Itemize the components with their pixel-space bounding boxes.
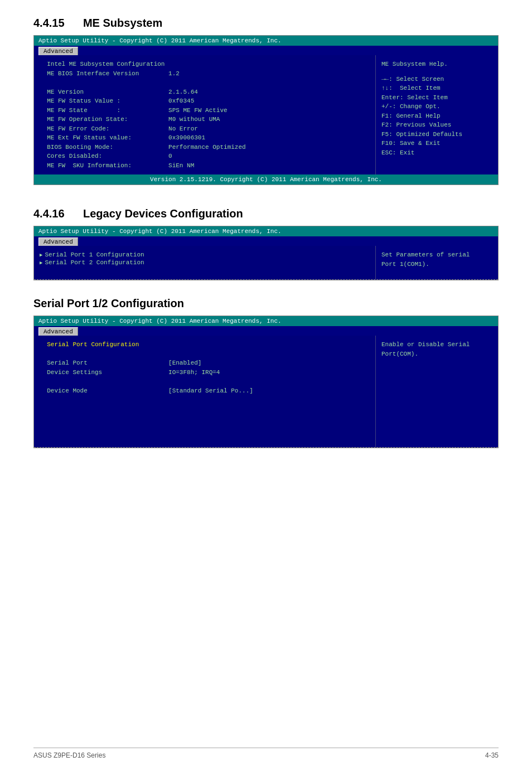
bios-screen-legacy: Aptio Setup Utility - Copyright (C) 2011… [33,226,499,280]
bios-nav-me: →←: Select Screen ↑↓: Select Item Enter:… [381,75,492,158]
bios-main-legacy: Serial Port 1 Configuration Serial Port … [34,246,375,279]
bios-tab-bar-serial: Advanced [34,326,498,336]
dashed-line-legacy [34,279,498,280]
bios-tab-advanced-legacy[interactable]: Advanced [38,237,78,246]
section-heading-me: 4.4.15 ME Subsystem [33,17,499,30]
bios-screen-serial: Aptio Setup Utility - Copyright (C) 2011… [33,316,499,448]
section-me-subsystem: 4.4.15 ME Subsystem Aptio Setup Utility … [33,17,499,185]
section-serial-port: Serial Port 1/2 Configuration Aptio Setu… [33,297,499,448]
section-title-text: ME Subsystem [83,17,162,29]
bios-body-me: Intel ME Subsystem Configuration ME BIOS… [34,55,498,174]
section-legacy-devices: 4.4.16 Legacy Devices Configuration Apti… [33,207,499,280]
bios-header-legacy: Aptio Setup Utility - Copyright (C) 2011… [34,226,498,236]
bios-item-serial1[interactable]: Serial Port 1 Configuration [40,251,370,258]
bios-header-me: Aptio Setup Utility - Copyright (C) 2011… [34,36,498,46]
footer-right: 4-35 [485,751,499,759]
bios-item-serial2[interactable]: Serial Port 2 Configuration [40,259,370,266]
bios-body-legacy: Serial Port 1 Configuration Serial Port … [34,246,498,279]
bios-help-serial: Enable or Disable Serial Port(COM). [381,340,492,358]
bios-help-me: ME Subsystem Help. [381,60,492,69]
section-heading-legacy: 4.4.16 Legacy Devices Configuration [33,207,499,220]
bios-sidebar-serial: Enable or Disable Serial Port(COM). [375,336,498,447]
bios-header-serial: Aptio Setup Utility - Copyright (C) 2011… [34,316,498,326]
bios-tab-bar-me: Advanced [34,46,498,55]
bios-tab-bar-legacy: Advanced [34,236,498,246]
bios-tab-advanced-serial[interactable]: Advanced [38,327,78,336]
section-title-legacy: Legacy Devices Configuration [83,207,243,220]
section-number-legacy: 4.4.16 [33,207,65,220]
footer-left: ASUS Z9PE-D16 Series [33,751,105,759]
bios-tab-advanced-me[interactable]: Advanced [38,47,78,55]
bios-sidebar-legacy: Set Parameters of serial Port 1(COM1). [375,246,498,279]
section-heading-serial: Serial Port 1/2 Configuration [33,297,499,310]
page-footer: ASUS Z9PE-D16 Series 4-35 [33,748,499,759]
bios-footer-me: Version 2.15.1219. Copyright (C) 2011 Am… [34,174,498,185]
bios-main-me: Intel ME Subsystem Configuration ME BIOS… [34,55,375,174]
bios-help-legacy: Set Parameters of serial Port 1(COM1). [381,250,492,269]
bios-content-serial: Serial Port Configuration Serial Port [E… [40,340,370,395]
section-title-serial: Serial Port 1/2 Configuration [33,297,184,309]
bios-main-serial: Serial Port Configuration Serial Port [E… [34,336,375,447]
bios-content-me: Intel ME Subsystem Configuration ME BIOS… [40,60,370,170]
section-number: 4.4.15 [33,17,65,29]
bios-sidebar-me: ME Subsystem Help. →←: Select Screen ↑↓:… [375,55,498,174]
bios-body-serial: Serial Port Configuration Serial Port [E… [34,336,498,447]
dashed-line-serial [34,447,498,448]
bios-screen-me: Aptio Setup Utility - Copyright (C) 2011… [33,35,499,185]
